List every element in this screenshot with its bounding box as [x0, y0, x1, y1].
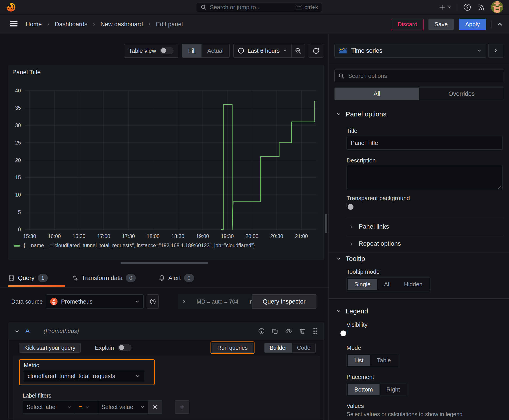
- help-button[interactable]: [463, 3, 471, 11]
- chevron-down-icon: [477, 48, 482, 53]
- operator-dropdown[interactable]: =: [75, 400, 98, 413]
- query-inspector-button[interactable]: Query inspector: [252, 294, 316, 309]
- breadcrumb-item-new-dashboard[interactable]: New dashboard: [100, 21, 143, 28]
- legend-visibility-toggle[interactable]: [347, 330, 347, 334]
- legend-mode-table[interactable]: Table: [370, 355, 397, 366]
- metric-label: Metric: [24, 362, 39, 369]
- apply-button[interactable]: Apply: [459, 19, 486, 30]
- panel-edit-left-pane: Table view Fill Actual Last 6 hours: [0, 34, 328, 420]
- tooltip-mode-all[interactable]: All: [377, 279, 397, 290]
- kickstart-query-button[interactable]: Kick start your query: [19, 343, 81, 353]
- svg-text:17:30: 17:30: [122, 233, 135, 239]
- explain-toggle[interactable]: [118, 344, 131, 351]
- svg-text:21:00: 21:00: [295, 233, 308, 239]
- search-input[interactable]: [209, 4, 293, 11]
- builder-option[interactable]: Builder: [265, 343, 292, 352]
- add-menu-button[interactable]: [439, 4, 451, 11]
- options-search[interactable]: [334, 69, 504, 82]
- datasource-help-button[interactable]: [147, 294, 159, 309]
- scrollbar-thumb[interactable]: [325, 214, 327, 233]
- legend-label[interactable]: {__name__="cloudflared_tunnel_total_requ…: [23, 242, 255, 249]
- description-textarea[interactable]: [347, 166, 503, 190]
- tab-all[interactable]: All: [335, 88, 419, 100]
- table-view-toggle[interactable]: [160, 47, 174, 54]
- visualization-select[interactable]: Time series: [334, 44, 486, 58]
- tab-overrides[interactable]: Overrides: [419, 88, 504, 100]
- collapse-options-button[interactable]: [496, 21, 503, 28]
- grafana-logo[interactable]: [6, 2, 17, 13]
- actual-option[interactable]: Actual: [202, 44, 229, 57]
- tooltip-mode-hidden[interactable]: Hidden: [397, 279, 429, 290]
- user-avatar[interactable]: [491, 1, 503, 13]
- toggle-query-visibility-button[interactable]: [285, 328, 292, 335]
- tab-query-label: Query: [18, 275, 35, 282]
- datasource-select[interactable]: Prometheus: [46, 294, 144, 309]
- panel-links-section[interactable]: Panel links: [349, 221, 389, 232]
- tab-transform[interactable]: Transform data 0: [72, 268, 136, 288]
- fill-actual-segmented: Fill Actual: [182, 44, 229, 58]
- plus-icon: [439, 4, 446, 11]
- select-value-dropdown[interactable]: Select value: [98, 400, 148, 413]
- panel-title-input[interactable]: [347, 136, 503, 150]
- select-label-dropdown[interactable]: Select label: [23, 400, 75, 413]
- svg-text:15:30: 15:30: [23, 233, 36, 239]
- description-label: Description: [347, 157, 376, 164]
- legend-placement-bottom[interactable]: Bottom: [348, 384, 380, 395]
- label-filters-label: Label filters: [23, 392, 51, 399]
- duplicate-query-button[interactable]: [272, 328, 278, 335]
- tab-alert[interactable]: Alert 0: [159, 268, 194, 288]
- breadcrumb-item-home[interactable]: Home: [26, 21, 42, 28]
- legend-swatch[interactable]: [14, 245, 20, 247]
- add-filter-button[interactable]: [175, 400, 189, 414]
- run-queries-button[interactable]: Run queries: [212, 343, 253, 353]
- drag-query-handle[interactable]: [312, 327, 318, 335]
- metric-select[interactable]: cloudflared_tunnel_total_requests: [24, 370, 144, 382]
- resize-corner-icon[interactable]: [498, 186, 501, 189]
- time-series-chart[interactable]: 051015202530354015:3016:0016:3017:0017:3…: [9, 65, 324, 260]
- breadcrumb-separator-icon: [46, 22, 50, 26]
- chevron-down-icon: [336, 309, 341, 314]
- save-button[interactable]: Save: [428, 19, 454, 30]
- panel-preview-card[interactable]: Panel Title 051015202530354015:3016:0016…: [8, 65, 324, 260]
- zoom-out-button[interactable]: [291, 44, 304, 57]
- tooltip-header[interactable]: Tooltip: [336, 255, 365, 262]
- subsection-divider: [346, 235, 503, 235]
- chevron-down-icon[interactable]: [15, 329, 20, 334]
- mega-menu-button[interactable]: [10, 20, 17, 27]
- table-view-label: Table view: [129, 47, 156, 54]
- options-search-input[interactable]: [348, 72, 500, 80]
- datasource-label: Data source: [11, 294, 43, 309]
- fill-option[interactable]: Fill: [182, 44, 201, 57]
- panel-options-header[interactable]: Panel options: [336, 110, 387, 118]
- title-label: Title: [347, 128, 357, 134]
- chevron-down-icon: [336, 112, 341, 117]
- legend-placement-right[interactable]: Right: [380, 384, 407, 395]
- help-icon: [258, 328, 265, 335]
- transparent-background-label: Transparent background: [347, 195, 410, 202]
- query-options-strip[interactable]: MD = auto = 704 Interval = 30s Query ins…: [178, 294, 316, 309]
- remove-filter-button[interactable]: [148, 400, 162, 413]
- legend-visibility-label: Visibility: [347, 321, 367, 328]
- delete-query-button[interactable]: [299, 328, 306, 335]
- query-help-button[interactable]: [258, 328, 265, 335]
- news-button[interactable]: [477, 3, 485, 11]
- section-divider: [328, 298, 509, 299]
- transparent-background-toggle[interactable]: [347, 203, 347, 207]
- repeat-options-section[interactable]: Repeat options: [349, 238, 401, 249]
- svg-text:19:30: 19:30: [221, 233, 234, 239]
- time-range-button[interactable]: Last 6 hours: [234, 44, 291, 57]
- breadcrumb-item-dashboards[interactable]: Dashboards: [55, 21, 88, 28]
- legend-mode-list[interactable]: List: [348, 355, 370, 366]
- viz-suggestions-button[interactable]: [488, 44, 503, 58]
- legend-header[interactable]: Legend: [336, 307, 368, 315]
- query-row-header[interactable]: A (Prometheus): [9, 323, 324, 339]
- tooltip-mode-segmented: Single All Hidden: [347, 278, 430, 291]
- discard-button[interactable]: Discard: [392, 19, 424, 30]
- tab-query[interactable]: Query 1: [8, 268, 48, 288]
- code-option[interactable]: Code: [292, 343, 315, 352]
- pane-resize-handle[interactable]: [121, 262, 208, 264]
- zoom-out-icon: [295, 47, 301, 54]
- tooltip-mode-single[interactable]: Single: [348, 279, 377, 290]
- global-search[interactable]: ctrl+k: [197, 2, 322, 12]
- refresh-button[interactable]: [309, 44, 323, 58]
